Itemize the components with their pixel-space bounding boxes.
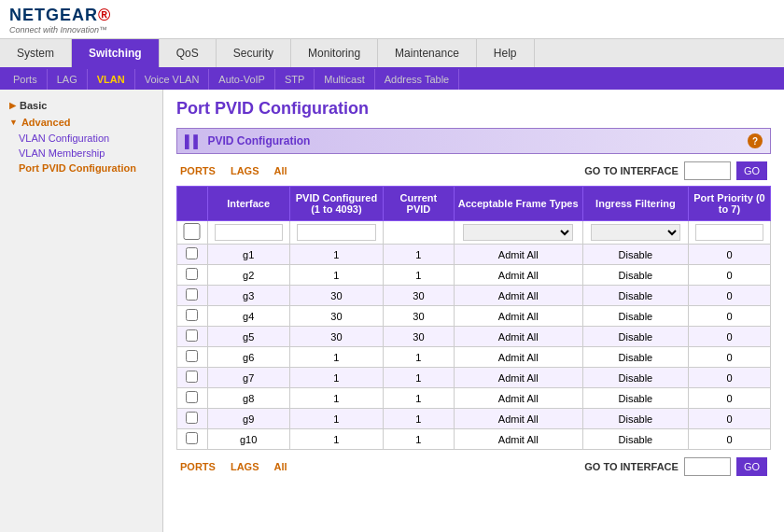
bottom-toolbar-left: PORTS LAGS All: [180, 461, 287, 472]
subnav-vlan[interactable]: VLAN: [88, 69, 135, 90]
pvid-input[interactable]: [297, 224, 375, 241]
interface-input[interactable]: [215, 224, 283, 241]
row-checkbox-cell[interactable]: [177, 306, 208, 327]
help-icon[interactable]: ?: [748, 133, 763, 148]
cell-ingress: Disable: [582, 347, 688, 368]
row-checkbox[interactable]: [186, 371, 198, 383]
subnav-multicast[interactable]: Multicast: [315, 69, 374, 90]
nav-qos[interactable]: QoS: [160, 39, 217, 67]
row-checkbox[interactable]: [186, 391, 198, 403]
table-row: g7 1 1 Admit All Disable 0: [177, 368, 771, 388]
content-area: Port PVID Configuration ▌▌ PVID Configur…: [163, 90, 784, 532]
cell-ingress: Disable: [582, 286, 688, 306]
bottom-ports-link[interactable]: PORTS: [180, 461, 216, 472]
subnav-lag[interactable]: LAG: [48, 69, 88, 90]
goto-input[interactable]: [684, 161, 731, 180]
row-checkbox[interactable]: [186, 432, 198, 444]
cell-ingress: Disable: [582, 245, 688, 265]
input-checkbox-cell[interactable]: [177, 221, 208, 245]
sidebar-item-port-pvid[interactable]: Port PVID Configuration: [0, 161, 162, 175]
all-link[interactable]: All: [273, 165, 287, 176]
row-checkbox[interactable]: [186, 247, 198, 259]
th-interface: Interface: [207, 187, 289, 221]
cell-priority: 0: [688, 368, 770, 388]
subnav-autovoip[interactable]: Auto-VoIP: [209, 69, 275, 90]
row-checkbox[interactable]: [186, 309, 198, 321]
row-checkbox-cell[interactable]: [177, 286, 208, 306]
cell-current-pvid: 1: [384, 347, 454, 368]
row-checkbox[interactable]: [186, 412, 198, 424]
subnav-address-table[interactable]: Address Table: [375, 69, 460, 90]
row-checkbox[interactable]: [186, 329, 198, 342]
cell-priority: 0: [688, 265, 770, 286]
subnav-stp[interactable]: STP: [275, 69, 315, 90]
go-button[interactable]: GO: [736, 161, 767, 180]
cell-pvid-conf: 30: [289, 327, 384, 347]
cell-interface: g4: [207, 306, 289, 327]
row-checkbox-cell[interactable]: [177, 409, 208, 429]
row-checkbox-cell[interactable]: [177, 347, 208, 368]
row-checkbox[interactable]: [186, 288, 198, 301]
th-pvid-conf: PVID Configured (1 to 4093): [289, 187, 384, 221]
cell-frame-types: Admit All: [454, 306, 582, 327]
sidebar-item-vlan-membership[interactable]: VLAN Membership: [0, 146, 162, 161]
section-header: ▌▌ PVID Configuration ?: [176, 128, 771, 154]
sidebar-group-advanced[interactable]: ▼ Advanced: [0, 114, 162, 131]
cell-priority: 0: [688, 245, 770, 265]
basic-arrow-icon: ▶: [9, 101, 16, 110]
nav-system[interactable]: System: [0, 39, 72, 67]
nav-monitoring[interactable]: Monitoring: [291, 39, 378, 67]
table-row: g3 30 30 Admit All Disable 0: [177, 286, 771, 306]
nav-maintenance[interactable]: Maintenance: [378, 39, 477, 67]
nav-help[interactable]: Help: [477, 39, 535, 67]
cell-priority: 0: [688, 306, 770, 327]
nav-security[interactable]: Security: [217, 39, 291, 67]
row-checkbox[interactable]: [186, 268, 198, 280]
cell-priority: 0: [688, 327, 770, 347]
lags-link[interactable]: LAGS: [231, 165, 259, 176]
cell-frame-types: Admit All: [454, 286, 582, 306]
row-checkbox-cell[interactable]: [177, 368, 208, 388]
row-checkbox-cell[interactable]: [177, 265, 208, 286]
table-row: g10 1 1 Admit All Disable 0: [177, 429, 771, 450]
bottom-go-button[interactable]: GO: [736, 457, 767, 476]
cell-priority: 0: [688, 286, 770, 306]
cell-current-pvid: 1: [384, 245, 454, 265]
cell-frame-types: Admit All: [454, 347, 582, 368]
advanced-arrow-icon: ▼: [9, 118, 18, 127]
input-current-cell: [384, 221, 454, 245]
cell-interface: g1: [207, 245, 289, 265]
cell-current-pvid: 30: [384, 327, 454, 347]
subnav-ports[interactable]: Ports: [4, 69, 48, 90]
cell-pvid-conf: 1: [289, 368, 384, 388]
sub-nav: Ports LAG VLAN Voice VLAN Auto-VoIP STP …: [0, 69, 784, 90]
frame-types-select[interactable]: Admit AllTagged OnlyUntagged Only: [463, 224, 573, 241]
nav-switching[interactable]: Switching: [72, 39, 160, 67]
row-checkbox[interactable]: [186, 350, 198, 362]
row-checkbox-cell[interactable]: [177, 429, 208, 450]
table-row: g8 1 1 Admit All Disable 0: [177, 388, 771, 409]
cell-pvid-conf: 1: [289, 265, 384, 286]
bottom-toolbar-right: GO TO INTERFACE GO: [584, 457, 767, 476]
ingress-select[interactable]: DisableEnable: [591, 224, 679, 241]
ports-link[interactable]: PORTS: [180, 165, 216, 176]
bottom-goto-input[interactable]: [684, 457, 731, 476]
cell-priority: 0: [688, 388, 770, 409]
cell-interface: g7: [207, 368, 289, 388]
sidebar-group-basic[interactable]: ▶ Basic: [0, 97, 162, 114]
cell-ingress: Disable: [582, 306, 688, 327]
priority-input[interactable]: [695, 224, 763, 241]
cell-interface: g2: [207, 265, 289, 286]
row-checkbox-cell[interactable]: [177, 327, 208, 347]
row-checkbox-cell[interactable]: [177, 245, 208, 265]
sidebar-item-vlan-config[interactable]: VLAN Configuration: [0, 131, 162, 146]
subnav-voice-vlan[interactable]: Voice VLAN: [135, 69, 210, 90]
table-row: g9 1 1 Admit All Disable 0: [177, 409, 771, 429]
bottom-lags-link[interactable]: LAGS: [231, 461, 259, 472]
select-all-checkbox[interactable]: [181, 223, 203, 240]
row-checkbox-cell[interactable]: [177, 388, 208, 409]
brand-name: NETGEAR®: [9, 6, 775, 25]
th-current-pvid: Current PVID: [384, 187, 454, 221]
bottom-all-link[interactable]: All: [273, 461, 287, 472]
input-frame-cell: Admit AllTagged OnlyUntagged Only: [454, 221, 582, 245]
